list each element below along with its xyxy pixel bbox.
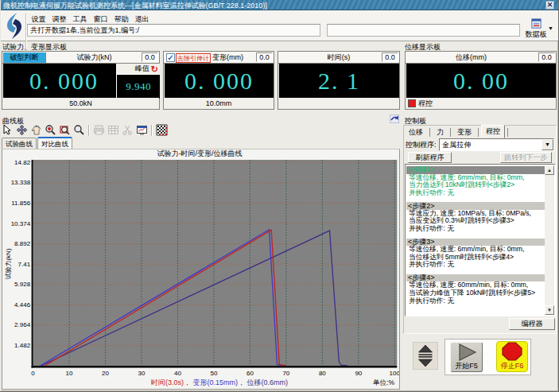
curve-tab-2[interactable]: 对比曲线 [37,137,72,149]
stop-button[interactable]: 停止F6 [496,341,528,372]
zoom-region-icon [59,124,71,136]
refresh-program-button[interactable]: 刷新程序 [408,152,452,163]
menu-item-6[interactable]: 退出 [133,13,151,24]
program-step-1[interactable]: <步骤1>等速位移, 速度: 6mm/min, 目标: 0mm,当力值达到 10… [406,166,545,196]
program-control-indicator [408,99,416,107]
icon-shape [533,23,538,25]
displacement-value: 0. 00 [406,64,556,99]
close-button[interactable]: ✕ [545,1,554,10]
icon-shape [531,19,540,21]
databoard-dropdown-arrow[interactable]: ▼ [548,25,557,33]
menu-item-3[interactable]: 工具 [71,13,89,24]
time-display-block: 时间(s) 0.0 2. 1 [278,51,400,110]
start-button[interactable]: 开始F5 [450,342,483,372]
menu-item-5[interactable]: 帮助 [112,13,130,24]
control-tab-4[interactable]: 程控 [481,125,505,138]
icon-shape [419,356,433,358]
control-tab-2[interactable]: 力 [433,126,448,138]
cut-tool[interactable] [122,124,134,136]
step-line: 并执行动作: 无 [406,225,545,233]
icon-shape [129,132,132,135]
y-tick-label: 13.338 [11,179,31,186]
program-step-3[interactable]: <步骤3>等速位移, 速度: 6mm/min, 目标: 0mm,当位移达到 5m… [406,239,545,269]
program-step-2[interactable]: <步骤2>等速应力, 速度: 10MPa/s, 目标: 0MPa/s,当应变达到… [406,202,545,232]
databoard-label: 数据板 [526,29,547,40]
icon-shape [159,127,161,129]
icon-shape [165,130,167,132]
program-steps-list[interactable]: <步骤1>等速位移, 速度: 6mm/min, 目标: 0mm,当力值达到 10… [405,164,556,316]
zoom-region-tool[interactable] [59,124,71,136]
stop-label: 停止F6 [501,361,524,371]
icon-shape [125,126,130,132]
move-tool[interactable] [16,124,28,136]
unit-label: 单位:% [373,378,394,386]
curve-panel-corner-icon[interactable] [390,114,399,123]
peak-refresh-icon[interactable]: ↻ [151,65,158,73]
icon-shape [157,126,165,134]
programmer-button[interactable]: 编程器 [509,318,555,330]
y-tick-label: 1.482 [14,342,31,349]
x-tick-label: 70 [282,370,289,377]
program-control-label: 程控 [418,98,433,109]
y-tick-label: 14.82 [14,159,31,166]
steps-scrollbar[interactable]: ▲ ▼ [545,165,554,315]
x-tick-label: 100 [390,370,399,377]
curve-tab-1[interactable]: 试验曲线 [2,138,37,149]
force-value: 0. 000 [3,64,115,99]
deform-label: 变形(mm) [212,52,243,63]
tab-separator [429,128,430,137]
icon-shape [138,126,147,129]
deform-value: 0. 000 [165,64,274,99]
menubar: 设置调整工具窗口帮助退出 [29,13,153,24]
scroll-down-button[interactable]: ▼ [545,305,554,315]
jog-updown-button[interactable] [413,342,438,370]
time-footer [278,98,399,109]
y-tick-label: 8.892 [14,240,31,247]
grid-tool[interactable] [107,124,119,136]
x-tick-label: 10 [66,370,73,377]
break-detect-button[interactable]: 破型判断 [3,52,46,63]
menu-item-1[interactable]: 设置 [29,13,48,24]
databoard-button[interactable]: 数据板 [522,18,549,48]
curve-toolbar [2,123,399,137]
program-step-4[interactable]: <步骤4>等速位移, 速度: 60mm/min, 目标: 0mm,当试验力峰值下… [406,274,545,305]
menu-item-2[interactable]: 调整 [50,13,68,24]
icon-shape [159,134,161,135]
cursor-tool[interactable] [2,124,14,136]
cursor-icon [2,124,14,136]
monitor-tool[interactable] [136,124,148,136]
y-tick-label: 4.446 [14,301,31,309]
displacement-display-block: 位移(mm) 0.0 0. 00 程控 [405,51,557,110]
icon-shape [96,131,103,134]
zoom-tool[interactable] [73,124,85,136]
cut-icon [122,124,134,136]
hand-tool[interactable] [30,124,42,136]
combo-dropdown-button[interactable]: ▼ [542,139,553,150]
x-tick-label: 30 [138,370,146,377]
zoom-in-tool[interactable] [45,124,56,136]
step-line: 并执行动作: 无 [406,297,545,305]
remove-extensometer-checkbox[interactable]: ✓ [166,53,175,62]
icon-shape [109,126,118,134]
deform-display-block: ✓ 去除引伸计 变形(mm) 0.0 0. 000 10.0mm [163,51,274,110]
y-axis-label: 试验力(kN) [5,248,12,279]
texture-tool[interactable] [156,124,168,136]
force-value-display: 0. 000 [3,64,115,99]
force-aux-value: 0.0 [142,52,158,62]
plot-area [33,160,398,366]
x-tick-label: 0 [31,370,35,377]
x-axis [32,366,398,368]
print-icon [93,124,105,136]
scroll-up-button[interactable]: ▲ [545,165,554,175]
control-program-combo[interactable]: 金属拉伸 ▼ [439,138,554,151]
time-value-display: 2. 1 [279,64,399,99]
print-tool[interactable] [93,124,105,136]
tab-separator [478,128,479,137]
control-tab-3[interactable]: 变形 [453,126,476,138]
menu-item-4[interactable]: 窗口 [91,13,110,24]
deform-display-header: ✓ 去除引伸计 变形(mm) 0.0 [164,52,274,64]
icon-shape [140,134,144,135]
icon-shape [48,127,51,130]
control-tab-1[interactable]: 位移 [405,126,427,138]
deform-aux-value: 0.0 [256,52,273,62]
